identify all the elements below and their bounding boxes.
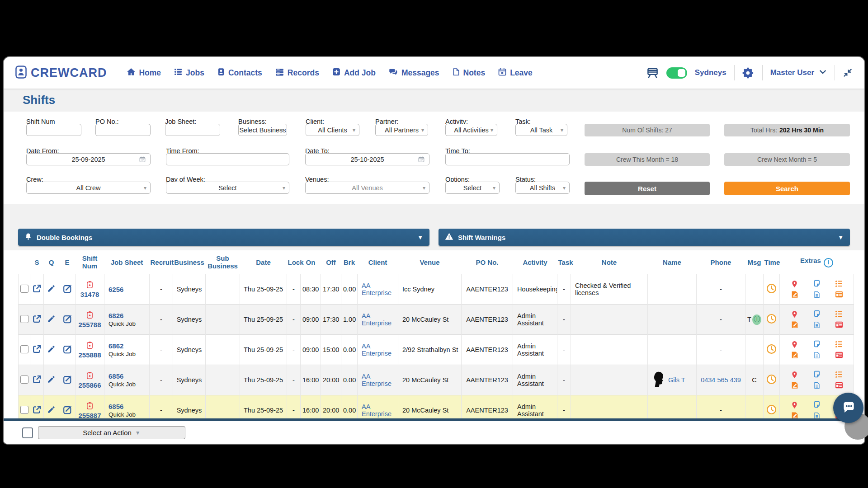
double-bookings-panel[interactable]: Double Bookings ▼	[18, 229, 429, 246]
share-shift-icon[interactable]	[32, 284, 42, 293]
shift-num-link[interactable]: 255866	[78, 381, 101, 389]
phone-link[interactable]: 0434 565 439	[701, 376, 741, 384]
time-clock-icon[interactable]	[766, 374, 777, 385]
sticky-note-icon[interactable]	[811, 310, 822, 319]
share-shift-icon[interactable]	[32, 344, 42, 354]
job-sheet-link[interactable]: 6856	[108, 403, 123, 410]
checklist-icon[interactable]	[834, 370, 844, 380]
options-select[interactable]: Select▾	[445, 182, 500, 194]
time-clock-icon[interactable]	[766, 314, 777, 324]
business-select[interactable]: Select Business▾	[238, 124, 287, 136]
activity-select[interactable]: All Activities▾	[445, 124, 497, 136]
row-checkbox[interactable]	[20, 375, 28, 384]
day-of-week-select[interactable]: Select▾	[166, 182, 289, 194]
nav-item-jobs[interactable]: Jobs	[174, 67, 204, 78]
venues-select[interactable]: All Venues▾	[305, 182, 429, 194]
checklist-icon[interactable]	[834, 340, 844, 349]
edit-note-icon[interactable]	[62, 344, 72, 354]
msg-info-icon[interactable]: ⓘ	[752, 314, 761, 325]
share-shift-icon[interactable]	[32, 314, 42, 324]
edit-pencil-icon[interactable]	[47, 375, 56, 384]
collapse-window-icon[interactable]	[843, 68, 853, 78]
location-pin-icon[interactable]	[789, 279, 800, 289]
share-shift-icon[interactable]	[32, 375, 42, 384]
org-toggle[interactable]	[666, 67, 687, 79]
location-pin-icon[interactable]	[789, 400, 800, 410]
job-sheet-link[interactable]: 6256	[108, 286, 123, 293]
gear-icon[interactable]	[742, 67, 755, 79]
reset-button[interactable]: Reset	[585, 182, 710, 195]
select-action-dropdown[interactable]: Select an Action▼	[38, 426, 185, 439]
status-select[interactable]: All Shifts▾	[515, 182, 570, 194]
shift-num-link[interactable]: 255887	[78, 412, 101, 418]
row-checkbox[interactable]	[20, 315, 28, 323]
job-sheet-link[interactable]: 6826	[108, 312, 123, 319]
job-sheet-input[interactable]	[165, 124, 220, 136]
sticky-note-icon[interactable]	[811, 370, 822, 380]
idcard-icon[interactable]	[834, 351, 844, 360]
client-link[interactable]: AA Enterprise	[362, 373, 392, 387]
sign-document-icon[interactable]	[789, 320, 800, 329]
nav-item-add-job[interactable]: Add Job	[332, 67, 376, 78]
share-shift-icon[interactable]	[32, 405, 42, 414]
shift-num-link[interactable]: 255888	[78, 351, 101, 359]
location-pin-icon[interactable]	[789, 340, 800, 349]
date-to-input[interactable]: 25-10-2025	[305, 153, 429, 165]
edit-pencil-icon[interactable]	[47, 345, 56, 353]
idcard-icon[interactable]	[834, 381, 844, 390]
document-lines-icon[interactable]	[811, 411, 822, 418]
client-link[interactable]: AA Enterprise	[362, 403, 392, 418]
time-from-input[interactable]	[166, 153, 289, 165]
row-checkbox[interactable]	[20, 406, 28, 414]
sign-document-icon[interactable]	[789, 290, 800, 299]
phone-link[interactable]: -	[720, 407, 722, 414]
phone-link[interactable]: -	[720, 346, 722, 353]
job-sheet-link[interactable]: 6856	[108, 372, 123, 380]
nav-item-contacts[interactable]: Contacts	[217, 67, 262, 78]
shift-num-link[interactable]: 31478	[80, 291, 99, 298]
brand[interactable]: CREWCARD	[15, 66, 107, 80]
shift-warnings-panel[interactable]: Shift Warnings ▼	[439, 229, 850, 246]
nav-item-messages[interactable]: Messages	[388, 67, 439, 78]
presentation-board-icon[interactable]	[646, 67, 659, 79]
idcard-icon[interactable]	[834, 320, 844, 329]
sign-document-icon[interactable]	[789, 411, 800, 418]
sticky-note-icon[interactable]	[811, 400, 822, 410]
edit-note-icon[interactable]	[62, 405, 72, 415]
time-clock-icon[interactable]	[766, 344, 777, 354]
location-pin-icon[interactable]	[789, 310, 800, 319]
po-no-input[interactable]	[95, 124, 151, 136]
date-from-input[interactable]: 25-09-2025	[26, 153, 151, 165]
extras-info-icon[interactable]: i	[824, 258, 833, 267]
nav-item-notes[interactable]: Notes	[452, 67, 486, 78]
idcard-icon[interactable]	[834, 290, 844, 299]
crew-name-link[interactable]: Gils T	[668, 376, 685, 384]
shift-num-input[interactable]	[26, 124, 81, 136]
client-select[interactable]: All Clients▾	[306, 124, 359, 136]
row-checkbox[interactable]	[20, 345, 28, 353]
nav-item-records[interactable]: Records	[275, 67, 319, 79]
crew-select[interactable]: All Crew▾	[26, 182, 151, 194]
edit-pencil-icon[interactable]	[47, 405, 56, 414]
edit-note-icon[interactable]	[62, 314, 72, 324]
sticky-note-icon[interactable]	[811, 340, 822, 349]
shift-num-link[interactable]: 255788	[78, 321, 101, 328]
nav-item-home[interactable]: Home	[127, 67, 161, 78]
user-menu[interactable]: Master User	[770, 68, 827, 77]
document-lines-icon[interactable]	[811, 320, 822, 329]
edit-pencil-icon[interactable]	[47, 314, 56, 323]
phone-link[interactable]: -	[720, 316, 722, 323]
select-all-checkbox[interactable]	[22, 427, 33, 438]
client-link[interactable]: AA Enterprise	[362, 282, 392, 296]
time-to-input[interactable]	[445, 153, 570, 165]
checklist-icon[interactable]	[834, 310, 844, 319]
chat-fab[interactable]	[833, 393, 863, 423]
checklist-icon[interactable]	[834, 279, 844, 289]
partner-select[interactable]: All Partners▾	[375, 124, 428, 136]
nav-item-leave[interactable]: Leave	[498, 67, 533, 78]
row-checkbox[interactable]	[20, 285, 28, 293]
search-button[interactable]: Search	[724, 182, 850, 195]
edit-note-icon[interactable]	[62, 375, 72, 385]
location-pin-icon[interactable]	[789, 370, 800, 380]
document-lines-icon[interactable]	[811, 381, 822, 390]
